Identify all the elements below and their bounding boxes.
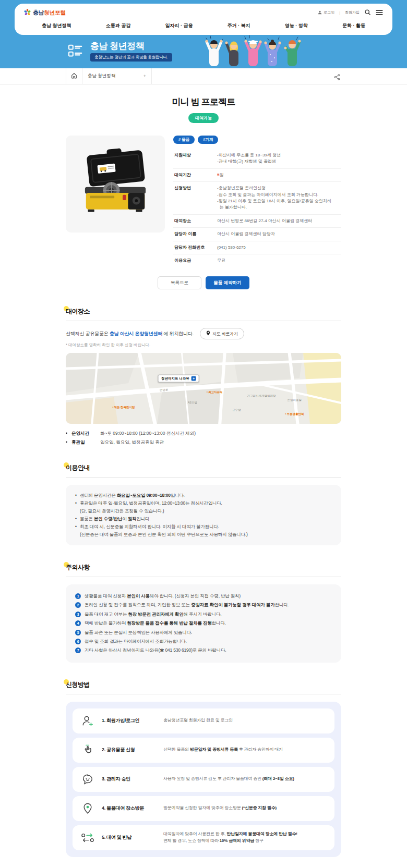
map[interactable]: 번영로 대동 정육점식당AS모텔최고다슈퍼규수방가고파신세계앨범매장온양미용실무… [66, 353, 341, 424]
menu-icon[interactable] [376, 10, 383, 16]
apply-steps-section: 신청방법 1. 회원가입/로그인충남청년포털 회원가입 완료 및 로그인2. 공… [66, 679, 341, 857]
search-icon[interactable] [364, 9, 371, 16]
step-title: 1. 회원가입/로그인 [102, 717, 163, 724]
page-title: 미니 빔 프로젝트 [66, 96, 341, 108]
detail-line: 5일 [217, 172, 340, 178]
nav-item-영농·정착[interactable]: 영농 · 정착 [285, 22, 308, 29]
back-to-list-button[interactable]: 목록으로 [158, 276, 201, 289]
step-title: 4. 물품대여 장소방문 [102, 805, 163, 812]
step-description: 대여일자에 맞추어 사용완료 한 후, 반납일자에 물품대여 장소에 반납 필수… [163, 831, 297, 845]
usage-item: •휴관일은 매주 일·월요일, 법정공휴일이며, 12:00~13:00는 점심… [75, 499, 332, 515]
detail-row: 대여장소아산시 번영로 86번길 27-4 아산시 어울림 경제센터 [173, 215, 341, 228]
detail-line: 무료 [217, 258, 340, 264]
number-badge: 2 [75, 602, 81, 608]
share-icon[interactable] [334, 73, 340, 82]
expand-icon: + [143, 74, 146, 79]
step-description: 선택한 물품의 방문일자 및 증빙서류 등록 후 관리자 승인까지 대기 [163, 747, 283, 753]
location-info-list: •운영시간화~토 09:00~18:00 (12:00~13:00 점심시간 제… [66, 431, 341, 446]
caution-item: 3물품 대여 재고 여부는 현장 방문전 관리자에게 확인해 주시기 바랍니다. [75, 610, 332, 618]
bullet: • [75, 499, 80, 515]
steps-box: 1. 회원가입/로그인충남청년포털 회원가입 완료 및 로그인2. 공유물품 신… [66, 702, 341, 857]
caution-item: 2온라인 신청 및 접수를 원칙으로 하며, 기입한 정보 또는 증빙자료 확인… [75, 601, 332, 609]
breadcrumb: 충남 청년정책 + [0, 68, 407, 84]
step-card: 1. 회원가입/로그인충남청년포털 회원가입 완료 및 로그인 [73, 708, 334, 733]
detail-label: 대여기간 [174, 172, 217, 178]
detail-value: -충남청년포털 온라인신청-접수 조회 및 결과는 마이페이지에서 조회 가능합… [217, 185, 340, 211]
step-card: 2. 공유물품 신청선택한 물품의 방문일자 및 증빙서류 등록 후 관리자 승… [73, 738, 334, 763]
map-link-button[interactable]: 지도 바로가기 [200, 328, 244, 339]
detail-value: 무료 [217, 258, 340, 264]
nav-item-문화·활동[interactable]: 문화 · 활동 [342, 22, 365, 29]
detail-label: 대여장소 [174, 218, 217, 224]
usage-item: •최초 대여 시, 신분증을 지참하셔야 합니다. 미지참 시 대여가 불가합니… [75, 523, 332, 539]
nav-item-소통과공감[interactable]: 소통과 공감 [106, 22, 131, 29]
caution-section: 주의사항 1생활물품 대여 신청자 본인이 사용해야 합니다. (신청자 본인 … [66, 562, 341, 663]
detail-row: 이용요금무료 [173, 254, 341, 267]
step-desc-line: 사용자 요청 및 증빙서류 검토 후 관리자 물품대여 승인 (최대 2~3일 … [163, 776, 294, 783]
detail-label: 담당자 이름 [174, 231, 217, 237]
reserve-button[interactable]: 물품 예약하기 [206, 276, 249, 289]
chat-smile-icon [81, 773, 94, 786]
detail-table: 지원대상-아산시에 주소를 둔 18~39세 청년-관내 대학(교) 재학생 및… [173, 149, 341, 267]
caution-text: 기타 사항은 아산시 청년아지트 나와유(☎ 041 530 6190)로 문의… [85, 646, 226, 654]
caution-item: 5물품 파손 또는 분실시 보상책임은 사용자에게 있습니다. [75, 629, 332, 637]
nav-item-일자리·금융[interactable]: 일자리 · 금융 [165, 22, 193, 29]
caution-item: 4택배 반납은 불가하며 현장방문 물품 접수를 통해 반납 절차를 진행합니다… [75, 619, 332, 627]
detail-label: 지원대상 [174, 152, 217, 165]
detail-line: (041) 530-6275 [217, 244, 340, 251]
step-desc-line: 방문예약을 신청한 일자에 맞추어 장소방문 (*신분증 지참 필수) [163, 805, 277, 812]
join-link[interactable]: 회원가입 [345, 10, 360, 15]
number-badge: 6 [75, 639, 81, 644]
map-place-label: 온양미용실 [287, 398, 302, 402]
section-heading: 이용안내 [66, 464, 90, 471]
detail-row: 대여기간5일 [173, 169, 341, 182]
step-desc-line: 선택한 물품의 방문일자 및 증빙서류 등록 후 관리자 승인까지 대기 [163, 747, 283, 753]
main-nav: 충남 청년정책소통과 공감일자리 · 금융주거 · 복지영농 · 정착문화 · … [24, 18, 383, 35]
bullet: • [75, 515, 80, 523]
exchange-icon [81, 832, 94, 844]
usage-line: (신분증은 대여 물품의 보증과 본인 신분 확인 외의 어떤 수단으로도 사용… [80, 531, 332, 539]
caution-text: 온라인 신청 및 접수를 원칙으로 하며, 기입한 정보 또는 증빙자료 확인이… [85, 601, 289, 609]
location-info-row: •운영시간화~토 09:00~18:00 (12:00~13:00 점심시간 제… [66, 431, 341, 437]
breadcrumb-home[interactable] [66, 68, 82, 84]
caution-text: 접수 및 조회 결과는 마이페이지에서 조회가능합니다. [85, 638, 187, 645]
map-center-marker[interactable]: 청년아지트 나와유 + [158, 375, 199, 383]
usage-line: 물품은 본인 수령/반납이 원칙입니다. [80, 515, 332, 523]
cheering-people-illustration [201, 34, 305, 68]
step-description: 사용자 요청 및 증빙서류 검토 후 관리자 물품대여 승인 (최대 2~3일 … [163, 776, 294, 783]
caution-box: 1생활물품 대여 신청자 본인이 사용해야 합니다. (신청자 본인 직접 수령… [66, 584, 341, 663]
tag-list: # 물품#기계 [173, 136, 341, 144]
number-badge: 4 [75, 620, 81, 626]
section-heading: 주의사항 [66, 564, 90, 571]
usage-item: •물품은 본인 수령/반납이 원칙입니다. [75, 515, 332, 523]
step-card: 3. 관리자 승인사용자 요청 및 증빙서류 검토 후 관리자 물품대여 승인 … [73, 767, 334, 792]
breadcrumb-menu[interactable]: 충남 청년정책 + [82, 68, 152, 84]
logo-text-secondary: 청년포털 [44, 9, 66, 16]
map-zoom-in-icon[interactable]: + [191, 376, 196, 381]
detail-value: (041) 530-6275 [217, 244, 340, 251]
usage-item: •센터의 운영시간은 화요일~토요일 09:00~18:00입니다. [75, 492, 332, 499]
detail-label: 신청방법 [174, 185, 217, 211]
product-tag[interactable]: #기계 [198, 136, 218, 144]
caution-item: 7기타 사항은 아산시 청년아지트 나와유(☎ 041 530 6190)로 문… [75, 646, 332, 654]
step-card: 5. 대여 및 반납대여일자에 맞추어 사용완료 한 후, 반납일자에 물품대여… [73, 825, 334, 850]
login-link[interactable]: 로그인 [318, 10, 334, 15]
info-label: 휴관일 [71, 439, 100, 446]
detail-line: 아산시 번영로 86번길 27-4 아산시 어울림 경제센터 [217, 218, 340, 224]
bullet: • [75, 523, 80, 539]
bullet: • [75, 492, 80, 499]
person-plus-icon [81, 715, 94, 727]
logo-text-primary: 충남 [33, 9, 44, 16]
hero-banner: 충남 청년정책 충청남도는 청년의 꿈과 희망을 응원합니다. [0, 35, 407, 68]
usage-guide-section: 이용안내 •센터의 운영시간은 화요일~토요일 09:00~18:00입니다.•… [66, 462, 341, 545]
map-place-label: 규수방 [232, 408, 241, 412]
nav-item-충남청년정책[interactable]: 충남 청년정책 [42, 22, 71, 29]
map-place-label: 대동 정육점식당 [112, 405, 135, 409]
site-logo[interactable]: 충남청년포털 [24, 9, 66, 17]
nav-item-주거·복지[interactable]: 주거 · 복지 [228, 22, 250, 29]
home-icon [71, 71, 77, 81]
usage-line: (단, 필요시 운영시간은 조정될 수 있습니다.) [80, 507, 332, 515]
caution-item: 1생활물품 대여 신청자 본인이 사용해야 합니다. (신청자 본인 직접 수령… [75, 592, 332, 600]
person-icon [318, 10, 322, 15]
product-tag[interactable]: # 물품 [173, 136, 195, 144]
